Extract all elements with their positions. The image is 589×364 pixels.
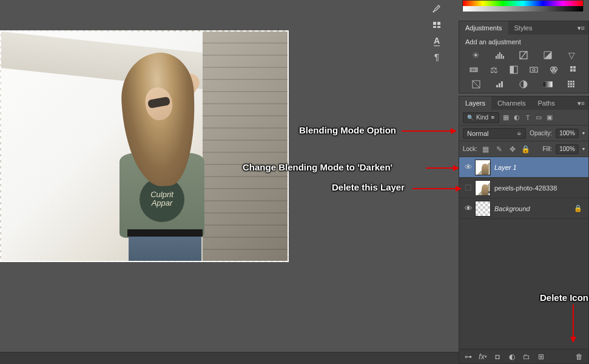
svg-rect-30: [568, 83, 570, 85]
filter-kind-select[interactable]: 🔍 Kind ≑: [463, 112, 499, 123]
shirt-text-2: Appar: [152, 198, 173, 207]
visibility-toggle-icon[interactable]: ☐: [462, 183, 475, 192]
chevron-updown-icon: ≑: [517, 130, 522, 136]
filter-adjustment-icon[interactable]: ◐: [513, 113, 521, 122]
layer-item-pexels[interactable]: ☐ ▣ pexels-photo-428338: [459, 178, 588, 198]
paragraph-panel-icon[interactable]: ¶: [428, 50, 445, 63]
layer-item-background[interactable]: 👁 Background 🔒: [459, 198, 588, 219]
lock-all-icon[interactable]: 🔒: [521, 144, 531, 154]
opacity-label: Opacity:: [530, 130, 552, 136]
svg-rect-1: [437, 22, 440, 25]
layer-thumbnail[interactable]: [475, 160, 491, 175]
color-spectrum[interactable]: [462, 0, 584, 11]
brightness-contrast-icon[interactable]: ☀: [471, 50, 482, 60]
character-panel-icon[interactable]: A: [428, 34, 445, 47]
hue-sat-icon[interactable]: [468, 65, 479, 75]
shirt-text-1: Culprit: [150, 190, 173, 199]
svg-rect-7: [501, 54, 502, 59]
svg-point-13: [533, 69, 535, 71]
layers-panel: Layers Channels Paths ▾≡ 🔍 Kind ≑ ▦ ◐ T …: [459, 96, 589, 364]
svg-rect-19: [570, 69, 573, 72]
layer-thumbnail[interactable]: [475, 201, 491, 217]
panel-menu-icon[interactable]: ▾≡: [574, 21, 588, 35]
tab-paths[interactable]: Paths: [532, 96, 561, 110]
filter-smart-icon[interactable]: ▣: [545, 113, 554, 122]
swatches-icon[interactable]: [428, 18, 445, 32]
layer-name[interactable]: pexels-photo-428338: [494, 184, 557, 192]
fill-value[interactable]: 100%: [556, 144, 579, 154]
photo-subject: CulpritAppar: [92, 50, 214, 256]
tab-layers[interactable]: Layers: [459, 96, 491, 110]
curves-icon[interactable]: [518, 50, 529, 60]
blend-mode-row: Normal ≑ Opacity: 100% ▾: [459, 126, 588, 141]
brush-tool-icon[interactable]: [428, 2, 445, 16]
layer-mask-icon[interactable]: ◘: [492, 352, 503, 362]
canvas-area: CulpritAppar: [0, 30, 289, 262]
svg-rect-2: [433, 26, 436, 28]
visibility-toggle-icon[interactable]: 👁: [462, 204, 475, 213]
blend-mode-value: Normal: [467, 130, 488, 137]
svg-rect-22: [496, 85, 498, 87]
svg-rect-5: [497, 54, 499, 59]
gradient-map-icon[interactable]: [542, 79, 553, 89]
svg-rect-33: [568, 86, 570, 87]
new-layer-icon[interactable]: ⊞: [536, 352, 547, 362]
secondary-toolbar: A ¶: [426, 0, 448, 133]
channel-mixer-icon[interactable]: [548, 65, 559, 75]
black-white-icon[interactable]: [508, 65, 519, 75]
vibrance-icon[interactable]: ▽: [566, 50, 577, 60]
levels-icon[interactable]: [494, 50, 505, 60]
svg-rect-28: [570, 81, 572, 83]
layer-item-layer1[interactable]: 👁 Layer 1: [459, 157, 588, 178]
svg-rect-23: [499, 83, 500, 87]
filter-shape-icon[interactable]: ▭: [534, 113, 543, 122]
filter-pixel-icon[interactable]: ▦: [502, 113, 510, 122]
lock-icon: 🔒: [574, 204, 582, 212]
annotation-blend-option: Blending Mode Option: [299, 125, 396, 135]
svg-rect-20: [573, 69, 576, 72]
lock-transparency-icon[interactable]: ▦: [481, 144, 491, 154]
color-balance-icon[interactable]: ⚖: [488, 65, 499, 75]
svg-rect-32: [573, 83, 574, 85]
layer-thumbnail[interactable]: ▣: [475, 180, 491, 196]
svg-rect-4: [496, 56, 497, 59]
layer-name[interactable]: Background: [494, 205, 530, 212]
tab-adjustments[interactable]: Adjustments: [459, 21, 508, 35]
opacity-caret-icon[interactable]: ▾: [582, 130, 585, 136]
delete-layer-icon[interactable]: 🗑: [574, 352, 585, 362]
svg-rect-8: [503, 56, 504, 59]
link-layers-icon[interactable]: ⊶: [463, 352, 474, 362]
adjustment-layer-icon[interactable]: ◐: [507, 352, 517, 362]
status-bar: [0, 352, 459, 364]
layers-footer: ⊶ fx▾ ◘ ◐ 🗀 ⊞ 🗑: [459, 349, 588, 363]
blend-mode-select[interactable]: Normal ≑: [463, 128, 526, 139]
fill-caret-icon[interactable]: ▾: [582, 146, 585, 152]
opacity-value[interactable]: 100%: [556, 129, 579, 138]
color-lookup-icon[interactable]: [568, 65, 579, 75]
layer-filter-row: 🔍 Kind ≑ ▦ ◐ T ▭ ▣: [459, 110, 588, 126]
visibility-toggle-icon[interactable]: 👁: [462, 163, 475, 172]
svg-rect-6: [499, 52, 500, 59]
svg-rect-18: [573, 66, 576, 69]
svg-rect-17: [570, 66, 573, 69]
filter-kind-label: Kind: [476, 114, 488, 121]
tab-styles[interactable]: Styles: [508, 21, 539, 35]
exposure-icon[interactable]: [542, 50, 553, 60]
tab-channels[interactable]: Channels: [491, 96, 531, 110]
annotation-delete-icon: Delete Icon: [540, 292, 588, 303]
group-icon[interactable]: 🗀: [521, 352, 532, 362]
svg-rect-3: [437, 26, 440, 28]
layers-panel-menu-icon[interactable]: ▾≡: [574, 96, 588, 110]
layer-name[interactable]: Layer 1: [494, 164, 517, 171]
layer-style-icon[interactable]: fx▾: [477, 352, 488, 362]
photo-filter-icon[interactable]: [528, 65, 539, 75]
lock-position-icon[interactable]: ✥: [508, 144, 517, 154]
posterize-icon[interactable]: [494, 79, 505, 89]
lock-image-icon[interactable]: ✎: [494, 144, 504, 154]
invert-icon[interactable]: [471, 79, 482, 89]
threshold-icon[interactable]: [518, 79, 529, 89]
fill-label: Fill:: [542, 146, 552, 152]
document-canvas[interactable]: CulpritAppar: [0, 30, 289, 262]
filter-type-icon[interactable]: T: [523, 113, 532, 122]
selective-color-icon[interactable]: [566, 79, 577, 89]
